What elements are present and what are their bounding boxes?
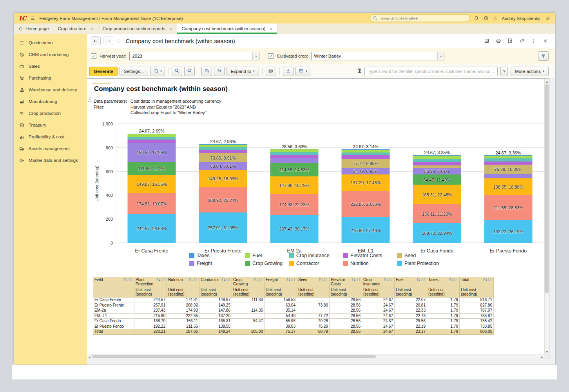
cell-field-name[interactable]: Er Casa Frente [93,298,134,303]
cell-value[interactable]: 22.19 [395,324,427,329]
cell-value[interactable] [232,303,265,308]
cell-field-name[interactable]: Er Casa Fondo [93,319,134,324]
sum-sigma-icon[interactable]: Σ [358,68,362,75]
settings-button[interactable]: Settings... [120,67,148,76]
scroll-right-icon[interactable]: ▶ [540,354,544,359]
scroll-left-icon[interactable]: ◀ [87,354,92,359]
cell-value[interactable]: 211.55 [167,324,199,329]
expand-levels-button[interactable] [214,67,225,76]
sort-icons[interactable] [221,278,230,281]
cell-value[interactable]: 1.79 [427,324,460,329]
close-tab-icon[interactable]: × [269,26,272,31]
total-cell[interactable]: 28.56 [330,329,362,335]
cell-value[interactable]: 237.43 [134,308,167,314]
cultivated-crop-checkbox[interactable]: ✓ [268,53,274,59]
cell-value[interactable]: 168.70 [134,319,167,324]
total-cell[interactable]: 1.79 [427,329,460,335]
cell-value[interactable] [297,308,330,314]
copy-settings-button[interactable]: ▾ [150,67,165,76]
cell-value[interactable]: 28.56 [330,319,362,324]
cell-value[interactable]: 24.67 [362,308,395,314]
sidebar-item-crm-and-marketing[interactable]: CRM and marketing [14,49,87,60]
main-menu-icon[interactable] [29,15,36,22]
find-button[interactable] [172,67,182,76]
global-search-input[interactable] [370,15,470,22]
total-cell[interactable]: 23.17 [395,329,427,335]
sort-icons[interactable] [156,278,165,281]
cell-value[interactable]: 24.67 [362,303,395,308]
total-cell[interactable]: 148.24 [199,329,232,335]
cell-value[interactable]: 222.85 [167,313,199,319]
harvest-year-dropdown-icon[interactable]: ▾ [252,52,259,60]
vertical-scroll-thumb[interactable] [545,84,549,293]
sidebar-item-quick-menu[interactable]: Quick menu [14,37,87,49]
scroll-down-icon[interactable]: ▼ [545,349,549,354]
filter-funnel-button[interactable] [538,51,549,61]
sort-icons[interactable] [352,278,361,281]
cultivated-crop-dropdown-icon[interactable]: ▾ [437,52,444,60]
favorites-star-icon[interactable]: ☆ [493,15,498,21]
cell-value[interactable]: 137.20 [199,313,232,319]
cell-value[interactable]: 165.31 [199,319,232,324]
generate-button[interactable]: Generate [89,67,118,76]
total-cell[interactable]: 220.21 [134,329,167,335]
cell-value[interactable]: 149.25 [199,303,232,308]
sort-icons[interactable] [384,278,393,281]
cell-value[interactable]: 24.67 [362,319,395,324]
cell-value[interactable]: 916.71 [460,298,494,303]
cell-value[interactable]: 174.93 [167,308,199,314]
cell-field-name[interactable]: Er Puesto Frente [93,303,134,308]
save-file-button[interactable] [283,67,294,76]
find-next-button[interactable] [184,67,195,76]
sort-icons[interactable] [483,278,492,281]
sort-icons[interactable] [254,278,263,281]
close-tab-icon[interactable]: × [90,26,93,31]
cell-value[interactable]: 84.47 [232,319,265,324]
tab-company-cost-benchmark-within-season[interactable]: Company cost benchmark (within season)× [177,24,277,34]
more-menu-icon[interactable]: ⋮ [530,38,537,44]
cell-value[interactable]: 192.22 [134,324,167,329]
cell-value[interactable]: 22.78 [395,313,427,319]
forward-button[interactable]: → [103,36,113,45]
sort-icons[interactable] [189,278,198,281]
cell-value[interactable]: 28.56 [330,313,362,319]
cell-value[interactable]: 22.33 [395,308,427,314]
sidebar-item-profitability-cost[interactable]: Profitability & cost [14,131,87,143]
cell-value[interactable]: 77.72 [297,313,330,319]
tab-home-page[interactable]: Home page [14,24,53,34]
favorite-star-icon[interactable]: ☆ [116,38,121,44]
cell-value[interactable]: 174.81 [167,298,199,303]
sidebar-item-treasury[interactable]: Treasury [14,119,87,131]
group-collapse-toggle[interactable]: − [88,98,92,102]
user-name[interactable]: Andrey Skripchenko [502,16,540,21]
cell-value[interactable]: 22.07 [395,298,427,303]
cell-value[interactable]: 114.35 [232,308,265,314]
tab-crop-structure[interactable]: Crop structure× [53,24,98,34]
send-email-button[interactable]: ▾ [295,67,310,76]
total-cell[interactable]: 806.05 [460,329,494,335]
cell-value[interactable]: 28.56 [330,308,362,314]
sort-icons[interactable] [286,278,295,281]
total-cell[interactable]: 187.85 [167,329,199,335]
cell-value[interactable]: 20.28 [297,319,330,324]
quick-filter-input[interactable] [364,67,498,76]
back-button[interactable]: ← [91,36,101,45]
notifications-bell-icon[interactable] [473,15,480,22]
cell-field-name[interactable]: EM-2a [93,308,134,314]
sort-icons[interactable] [449,278,458,281]
total-cell[interactable]: Total [93,329,134,335]
cell-value[interactable]: 733.85 [460,324,494,329]
cell-value[interactable]: 24.67 [362,313,395,319]
cell-value[interactable] [232,313,265,319]
cell-value[interactable] [232,324,265,329]
cell-field-name[interactable]: Er Puesto Fondo [93,324,134,329]
total-cell[interactable]: 60.79 [297,329,330,335]
horizontal-scroll-thumb[interactable] [92,355,376,358]
close-tab-icon[interactable]: × [169,26,172,31]
total-cell[interactable]: 75.17 [265,329,297,335]
cell-value[interactable]: 158.53 [265,298,297,303]
harvest-year-input[interactable] [130,52,252,60]
collapse-levels-button[interactable] [201,67,212,76]
cell-value[interactable]: 149.87 [199,298,232,303]
sidebar-item-sales[interactable]: Sales [14,60,87,72]
